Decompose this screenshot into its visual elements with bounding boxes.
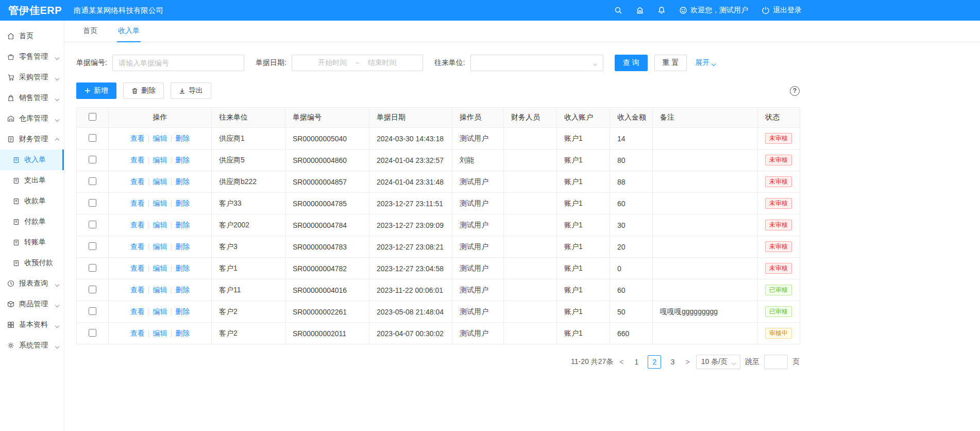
cell-code: SR00000002261 <box>285 301 369 323</box>
view-link[interactable]: 查看 <box>130 156 145 164</box>
tab-home[interactable]: 首页 <box>82 21 98 42</box>
row-actions: 查看|编辑|删除 <box>109 193 212 214</box>
edit-link[interactable]: 编辑 <box>153 177 167 186</box>
row-checkbox[interactable] <box>89 177 96 185</box>
plus-icon <box>85 88 91 94</box>
goods-icon <box>7 301 14 308</box>
sidebar-item-reports[interactable]: 报表查询 <box>0 273 64 294</box>
building-icon[interactable] <box>636 6 644 14</box>
row-checkbox[interactable] <box>89 286 96 293</box>
tab-income-bill[interactable]: 收入单 <box>117 21 141 42</box>
sidebar-item-sales[interactable]: 销售管理 <box>0 88 64 108</box>
action-divider: | <box>148 286 150 294</box>
delete-link[interactable]: 删除 <box>175 286 190 294</box>
edit-link[interactable]: 编辑 <box>153 307 167 316</box>
sidebar-item-system[interactable]: 系统管理 <box>0 335 64 356</box>
delete-link[interactable]: 删除 <box>175 329 190 337</box>
edit-link[interactable]: 编辑 <box>153 264 167 272</box>
view-link[interactable]: 查看 <box>130 307 145 316</box>
sidebar-item-purchase[interactable]: 采购管理 <box>0 67 64 88</box>
view-link[interactable]: 查看 <box>130 221 145 229</box>
view-link[interactable]: 查看 <box>130 286 145 294</box>
edit-link[interactable]: 编辑 <box>153 286 167 294</box>
sidebar-item-retail[interactable]: 零售管理 <box>0 46 64 67</box>
row-checkbox[interactable] <box>89 264 96 272</box>
edit-link[interactable]: 编辑 <box>153 134 167 142</box>
pagination-total: 11-20 共27条 <box>571 357 613 367</box>
delete-link[interactable]: 删除 <box>175 264 190 272</box>
sidebar-item-transfer-bill[interactable]: 转账单 <box>0 232 64 253</box>
delete-link[interactable]: 删除 <box>175 177 190 186</box>
sidebar-item-finance[interactable]: 财务管理 <box>0 129 64 150</box>
select-all-checkbox[interactable] <box>89 113 96 121</box>
export-button[interactable]: 导出 <box>171 82 211 99</box>
row-checkbox[interactable] <box>89 134 96 142</box>
sidebar-item-payment-bill[interactable]: 付款单 <box>0 211 64 232</box>
page-button-3[interactable]: 3 <box>666 355 679 369</box>
chevron-up-icon <box>56 135 59 143</box>
delete-link[interactable]: 删除 <box>175 156 190 164</box>
row-checkbox[interactable] <box>89 329 96 337</box>
edit-link[interactable]: 编辑 <box>153 242 167 251</box>
date-range-picker[interactable]: 开始时间 ~ 结束时间 <box>292 55 423 71</box>
logout-button[interactable]: 退出登录 <box>762 6 802 15</box>
expand-link[interactable]: 展开 <box>695 58 715 68</box>
row-actions: 查看|编辑|删除 <box>109 214 212 236</box>
cell-remark <box>653 171 758 193</box>
action-divider: | <box>171 156 173 164</box>
edit-link[interactable]: 编辑 <box>153 156 167 164</box>
search-icon[interactable] <box>614 6 622 14</box>
chevron-down-icon <box>732 358 735 366</box>
delete-link[interactable]: 删除 <box>175 199 190 207</box>
delete-link[interactable]: 删除 <box>175 242 190 251</box>
sidebar-item-home[interactable]: 首页 <box>0 26 64 46</box>
reset-button[interactable]: 重 置 <box>654 55 687 71</box>
sidebar-item-expense-bill[interactable]: 支出单 <box>0 170 64 191</box>
cell-account: 账户1 <box>557 258 610 279</box>
edit-link[interactable]: 编辑 <box>153 329 167 337</box>
prev-page-button[interactable]: < <box>618 358 625 366</box>
view-link[interactable]: 查看 <box>130 242 145 251</box>
bell-icon[interactable] <box>657 6 666 14</box>
page-button-2[interactable]: 2 <box>648 355 661 369</box>
sidebar-item-income-bill[interactable]: 收入单 <box>0 150 64 170</box>
search-button[interactable]: 查 询 <box>615 55 648 71</box>
view-link[interactable]: 查看 <box>130 329 145 337</box>
sidebar-item-warehouse[interactable]: 仓库管理 <box>0 108 64 129</box>
next-page-button[interactable]: > <box>684 358 691 366</box>
jump-page-input[interactable] <box>764 355 788 369</box>
help-icon[interactable]: ? <box>790 86 800 96</box>
row-checkbox[interactable] <box>89 242 96 250</box>
row-checkbox-cell <box>77 301 109 323</box>
sidebar-item-receipt-bill[interactable]: 收款单 <box>0 191 64 211</box>
row-checkbox[interactable] <box>89 221 96 228</box>
view-link[interactable]: 查看 <box>130 134 145 142</box>
view-link[interactable]: 查看 <box>130 199 145 207</box>
page-size-select[interactable]: 10 条/页 <box>696 355 740 369</box>
sidebar-item-goods[interactable]: 商品管理 <box>0 294 64 314</box>
edit-link[interactable]: 编辑 <box>153 221 167 229</box>
cell-finance <box>504 236 557 258</box>
view-link[interactable]: 查看 <box>130 177 145 186</box>
unit-select[interactable] <box>470 55 603 71</box>
row-checkbox[interactable] <box>89 199 96 207</box>
action-divider: | <box>148 329 150 337</box>
row-checkbox-cell <box>77 214 109 236</box>
delete-link[interactable]: 删除 <box>175 221 190 229</box>
cell-status: 审核中 <box>758 323 800 344</box>
cell-unit: 客户1 <box>212 258 285 279</box>
bill-no-input[interactable] <box>112 55 244 71</box>
row-checkbox[interactable] <box>89 156 96 163</box>
sidebar-item-prepaid-bill[interactable]: 收预付款 <box>0 253 64 273</box>
delete-link[interactable]: 删除 <box>175 134 190 142</box>
row-checkbox[interactable] <box>89 307 96 315</box>
edit-link[interactable]: 编辑 <box>153 199 167 207</box>
page-button-1[interactable]: 1 <box>630 355 643 369</box>
delete-link[interactable]: 删除 <box>175 307 190 316</box>
view-link[interactable]: 查看 <box>130 264 145 272</box>
welcome-user[interactable]: 欢迎您，测试用户 <box>679 6 748 15</box>
delete-button[interactable]: 删除 <box>123 82 164 99</box>
sidebar-item-base-data[interactable]: 基本资料 <box>0 314 64 335</box>
sidebar-item-label: 报表查询 <box>19 279 48 288</box>
add-button[interactable]: 新增 <box>76 82 116 99</box>
